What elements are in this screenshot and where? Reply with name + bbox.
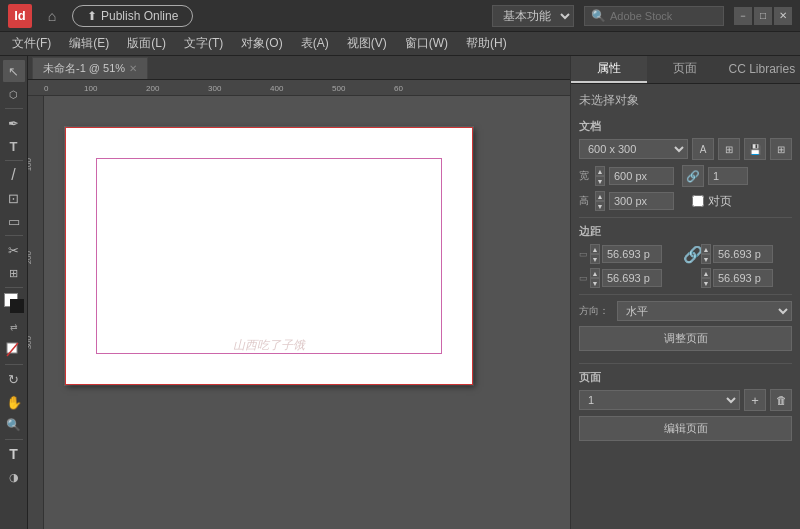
main-layout: ↖ ⬡ ✒ T / ⊡ ▭ ✂ ⊞ ⇄ ↻ ✋ 🔍 T ◑ — [0, 56, 800, 529]
tab-properties[interactable]: 属性 — [571, 56, 647, 83]
line-tool[interactable]: / — [3, 164, 25, 186]
ruler-origin: 0 — [44, 84, 48, 93]
height-row: 高 ▲ ▼ 对页 — [579, 191, 792, 211]
canvas-scroll[interactable]: 山西吃了子饿 — [44, 96, 570, 529]
width-input[interactable] — [609, 167, 674, 185]
margin-top-stepper[interactable]: ▲ ▼ — [590, 244, 600, 264]
pen-tool[interactable]: ✒ — [3, 112, 25, 134]
orientation-label: 方向： — [579, 304, 609, 318]
panel-tabs: 属性 页面 CC Libraries — [571, 56, 800, 84]
doc-icon-3[interactable]: 💾 — [744, 138, 766, 160]
document-tab[interactable]: 未命名-1 @ 51% ✕ — [32, 57, 148, 79]
tab-pages[interactable]: 页面 — [647, 56, 723, 83]
tab-close-button[interactable]: ✕ — [129, 63, 137, 74]
ruler-mark-100: 100 — [84, 84, 97, 95]
menu-layout[interactable]: 版面(L) — [119, 33, 174, 54]
menu-file[interactable]: 文件(F) — [4, 33, 59, 54]
size-preset-select[interactable]: 600 x 300 — [579, 139, 688, 159]
margin-left-wrap: ▲ ▼ — [687, 268, 792, 288]
scissors-tool[interactable]: ✂ — [3, 239, 25, 261]
add-page-button[interactable]: + — [744, 389, 766, 411]
menu-help[interactable]: 帮助(H) — [458, 33, 515, 54]
menu-window[interactable]: 窗口(W) — [397, 33, 456, 54]
tab-cc-libraries[interactable]: CC Libraries — [724, 56, 800, 83]
height-up[interactable]: ▲ — [595, 191, 605, 201]
margin-bottom-input[interactable] — [602, 269, 662, 287]
menu-type[interactable]: 文字(T) — [176, 33, 231, 54]
margins-link[interactable]: 🔗 — [687, 243, 699, 265]
tool-separator-3 — [5, 235, 23, 236]
stroke-color[interactable] — [10, 299, 24, 313]
title-bar: Id ⌂ ⬆ Publish Online 基本功能 🔍 － □ ✕ — [0, 0, 800, 32]
inner-frame — [96, 158, 442, 354]
width-down[interactable]: ▼ — [595, 176, 605, 186]
publish-icon: ⬆ — [87, 9, 97, 23]
link-width-height[interactable]: 🔗 — [682, 165, 704, 187]
adjust-layout-button[interactable]: 调整页面 — [579, 326, 792, 351]
publish-online-button[interactable]: ⬆ Publish Online — [72, 5, 193, 27]
maximize-button[interactable]: □ — [754, 7, 772, 25]
ruler-mark-500: 500 — [332, 84, 345, 95]
rect-tool[interactable]: ▭ — [3, 210, 25, 232]
margin-left-stepper[interactable]: ▲ ▼ — [701, 268, 711, 288]
doc-icon-2[interactable]: ⊞ — [718, 138, 740, 160]
menu-object[interactable]: 对象(O) — [233, 33, 290, 54]
menu-bar: 文件(F) 编辑(E) 版面(L) 文字(T) 对象(O) 表(A) 视图(V)… — [0, 32, 800, 56]
menu-view[interactable]: 视图(V) — [339, 33, 395, 54]
home-button[interactable]: ⌂ — [40, 4, 64, 28]
rect-frame-tool[interactable]: ⊡ — [3, 187, 25, 209]
transform-tool[interactable]: ⊞ — [3, 262, 25, 284]
orientation-row: 方向： 水平 — [579, 301, 792, 321]
ruler-mark-200: 200 — [146, 84, 159, 95]
workspace-select[interactable]: 基本功能 — [492, 5, 574, 27]
direct-select-tool[interactable]: ⬡ — [3, 83, 25, 105]
doc-icon-4[interactable]: ⊞ — [770, 138, 792, 160]
type-tool[interactable]: T — [3, 135, 25, 157]
type-mode-tool[interactable]: T — [3, 443, 25, 465]
no-color[interactable] — [3, 339, 25, 361]
facing-pages-checkbox[interactable] — [692, 195, 704, 207]
rotate-tool[interactable]: ↻ — [3, 368, 25, 390]
delete-page-button[interactable]: 🗑 — [770, 389, 792, 411]
side-ruler-300: 300 — [28, 336, 33, 349]
adobe-stock-search[interactable]: 🔍 — [584, 6, 724, 26]
hand-tool[interactable]: ✋ — [3, 391, 25, 413]
tab-bar: 未命名-1 @ 51% ✕ — [28, 56, 570, 80]
doc-icon-1[interactable]: A — [692, 138, 714, 160]
top-ruler: 0 100 200 300 400 500 60 — [28, 80, 570, 96]
tool-separator-5 — [5, 364, 23, 365]
height-input[interactable] — [609, 192, 674, 210]
margin-left-input[interactable] — [713, 269, 773, 287]
margin-bottom-stepper[interactable]: ▲ ▼ — [590, 268, 600, 288]
select-tool[interactable]: ↖ — [3, 60, 25, 82]
margin-right-stepper[interactable]: ▲ ▼ — [701, 244, 711, 264]
height-down[interactable]: ▼ — [595, 201, 605, 211]
adobe-stock-input[interactable] — [610, 10, 717, 22]
right-panel: 属性 页面 CC Libraries 未选择对象 文档 600 x 300 A … — [570, 56, 800, 529]
margin-right-wrap: 🔗 ▲ ▼ — [687, 243, 792, 265]
color-swatches[interactable] — [4, 293, 24, 313]
margin-bottom-icon: ▭ — [579, 273, 588, 283]
margins-grid: ▭ ▲ ▼ 🔗 ▲ ▼ — [579, 243, 792, 288]
swap-colors[interactable]: ⇄ — [3, 316, 25, 338]
document-canvas[interactable]: 山西吃了子饿 — [64, 126, 474, 386]
width-up[interactable]: ▲ — [595, 166, 605, 176]
margin-top-icon: ▭ — [579, 249, 588, 259]
page-select[interactable]: 1 — [579, 390, 740, 410]
zoom-tool[interactable]: 🔍 — [3, 414, 25, 436]
mode-toggle[interactable]: ◑ — [3, 466, 25, 488]
height-stepper[interactable]: ▲ ▼ — [595, 191, 605, 211]
width-stepper[interactable]: ▲ ▼ — [595, 166, 605, 186]
pages-section-label: 页面 — [579, 370, 792, 385]
margin-top-input[interactable] — [602, 245, 662, 263]
menu-table[interactable]: 表(A) — [293, 33, 337, 54]
close-button[interactable]: ✕ — [774, 7, 792, 25]
orientation-select[interactable]: 水平 — [617, 301, 792, 321]
pages-input[interactable] — [708, 167, 748, 185]
minimize-button[interactable]: － — [734, 7, 752, 25]
facing-pages-row: 对页 — [692, 193, 732, 210]
margin-right-input[interactable] — [713, 245, 773, 263]
edit-pages-button[interactable]: 编辑页面 — [579, 416, 792, 441]
menu-edit[interactable]: 编辑(E) — [61, 33, 117, 54]
page-white: 山西吃了子饿 — [65, 127, 473, 385]
